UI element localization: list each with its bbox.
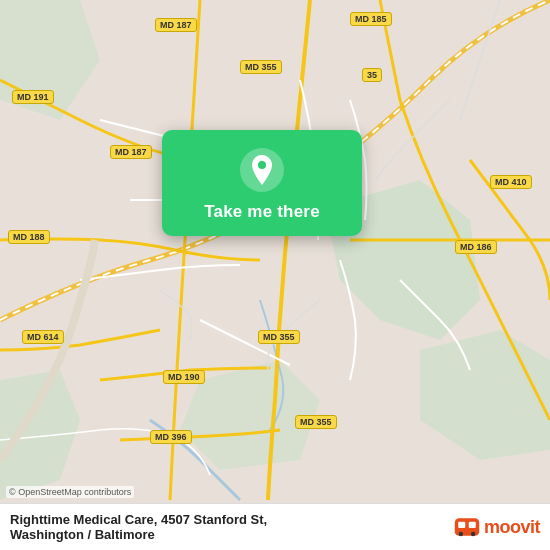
take-me-there-label: Take me there bbox=[204, 202, 320, 222]
svg-point-10 bbox=[459, 532, 463, 536]
moovit-text: moovit bbox=[484, 517, 540, 538]
road-label-md185-top: MD 185 bbox=[350, 12, 392, 26]
svg-marker-2 bbox=[420, 330, 550, 460]
road-label-md355-bot: MD 355 bbox=[295, 415, 337, 429]
map-container: MD 187 MD 185 MD 191 MD 355 MD 187 35 MD… bbox=[0, 0, 550, 550]
location-sub: Washington / Baltimore bbox=[10, 527, 267, 542]
svg-marker-1 bbox=[0, 370, 80, 500]
road-label-md355-mid: MD 355 bbox=[258, 330, 300, 344]
bottom-bar: Righttime Medical Care, 4507 Stanford St… bbox=[0, 503, 550, 550]
svg-point-11 bbox=[471, 532, 475, 536]
road-label-md187-top: MD 187 bbox=[155, 18, 197, 32]
location-info: Righttime Medical Care, 4507 Stanford St… bbox=[10, 512, 267, 542]
svg-point-6 bbox=[258, 161, 266, 169]
take-me-there-button[interactable]: Take me there bbox=[162, 130, 362, 236]
road-label-md188: MD 188 bbox=[8, 230, 50, 244]
road-label-md186: MD 186 bbox=[455, 240, 497, 254]
moovit-bus-icon bbox=[453, 513, 481, 541]
road-label-md187-mid: MD 187 bbox=[110, 145, 152, 159]
road-label-md410: MD 410 bbox=[490, 175, 532, 189]
road-label-35: 35 bbox=[362, 68, 382, 82]
svg-rect-8 bbox=[458, 522, 465, 528]
road-label-md191: MD 191 bbox=[12, 90, 54, 104]
moovit-logo: moovit bbox=[453, 513, 540, 541]
map-roads bbox=[0, 0, 550, 550]
svg-rect-9 bbox=[469, 522, 476, 528]
road-label-md614: MD 614 bbox=[22, 330, 64, 344]
osm-credit: © OpenStreetMap contributors bbox=[6, 486, 134, 498]
road-label-md190: MD 190 bbox=[163, 370, 205, 384]
location-pin-icon bbox=[240, 148, 284, 192]
road-label-md396: MD 396 bbox=[150, 430, 192, 444]
location-name: Righttime Medical Care, 4507 Stanford St… bbox=[10, 512, 267, 527]
road-label-md355-top: MD 355 bbox=[240, 60, 282, 74]
